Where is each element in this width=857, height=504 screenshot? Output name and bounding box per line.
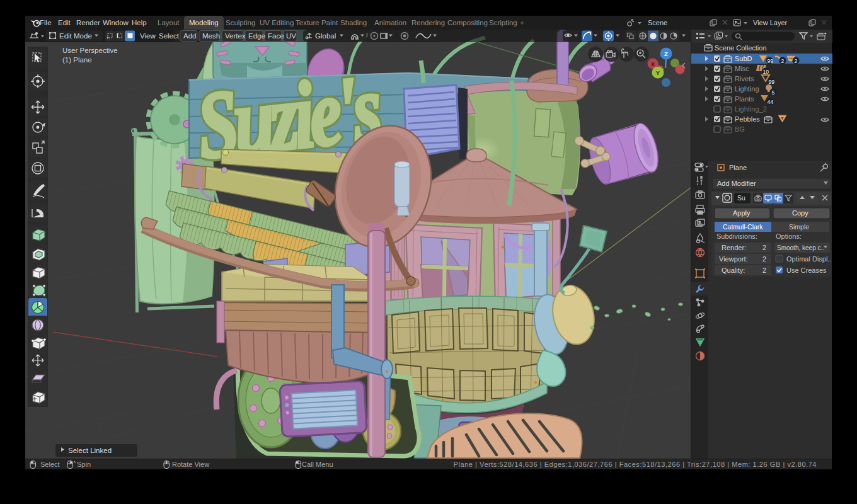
- svg-text:2: 2: [762, 266, 766, 274]
- svg-text:Subdivisions:: Subdivisions:: [716, 232, 757, 240]
- svg-text:Select: Select: [159, 32, 180, 40]
- svg-text:View: View: [140, 32, 156, 40]
- svg-text:Global: Global: [315, 32, 336, 40]
- svg-text:Scene: Scene: [648, 19, 667, 26]
- svg-text:UV: UV: [286, 32, 296, 40]
- svg-text:Render:: Render:: [722, 244, 746, 251]
- svg-text:BG: BG: [735, 125, 745, 133]
- svg-text:99: 99: [769, 79, 775, 85]
- svg-text:Use Creases: Use Creases: [786, 266, 827, 274]
- svg-text:SubD: SubD: [735, 55, 752, 62]
- svg-text:Scene Collection: Scene Collection: [715, 44, 767, 52]
- svg-text:5: 5: [772, 89, 775, 96]
- svg-text:Misc: Misc: [735, 65, 749, 72]
- svg-text:Add: Add: [183, 32, 196, 40]
- svg-text:Viewport:: Viewport:: [719, 255, 748, 263]
- svg-text:Catmull-Clark: Catmull-Clark: [723, 223, 763, 231]
- svg-text:User Perspective: User Perspective: [62, 47, 118, 54]
- svg-text:Su: Su: [737, 194, 745, 202]
- svg-text:2: 2: [762, 255, 766, 263]
- svg-text:2: 2: [781, 58, 785, 64]
- svg-text:Plants: Plants: [735, 95, 754, 103]
- svg-text:Z: Z: [664, 50, 668, 57]
- svg-text:Rivets: Rivets: [735, 75, 754, 83]
- svg-text:Face: Face: [268, 32, 284, 40]
- svg-text:Pebbles: Pebbles: [735, 115, 760, 123]
- svg-text:Apply: Apply: [733, 209, 751, 217]
- svg-text:X: X: [651, 61, 655, 67]
- svg-text:Lighting_2: Lighting_2: [735, 105, 767, 113]
- svg-text:Add Modifier: Add Modifier: [717, 180, 756, 187]
- svg-text:Select Linked: Select Linked: [68, 447, 112, 454]
- svg-text:2: 2: [762, 244, 766, 251]
- svg-text:View Layer: View Layer: [753, 19, 788, 26]
- svg-text:(1) Plane: (1) Plane: [62, 56, 92, 64]
- svg-text:2: 2: [795, 58, 798, 64]
- svg-text:Plane: Plane: [729, 164, 747, 171]
- svg-text:Edit Mode: Edit Mode: [59, 32, 92, 40]
- svg-text:99: 99: [768, 58, 774, 64]
- svg-text:Mesh: Mesh: [202, 32, 220, 40]
- svg-text:10: 10: [763, 69, 769, 75]
- svg-text:Lighting: Lighting: [735, 85, 759, 93]
- svg-text:Simple: Simple: [789, 223, 809, 231]
- svg-text:Edge: Edge: [248, 32, 265, 40]
- svg-text:Options:: Options:: [776, 232, 802, 240]
- svg-text:Quality:: Quality:: [722, 266, 745, 274]
- svg-text:Copy: Copy: [792, 209, 808, 217]
- svg-text:Optimal Displ..: Optimal Displ..: [786, 255, 832, 263]
- svg-text:Smooth, keep c..: Smooth, keep c..: [777, 244, 824, 251]
- svg-text:Y: Y: [656, 69, 660, 76]
- svg-text:Vertex: Vertex: [225, 32, 246, 40]
- svg-text:44: 44: [768, 99, 774, 105]
